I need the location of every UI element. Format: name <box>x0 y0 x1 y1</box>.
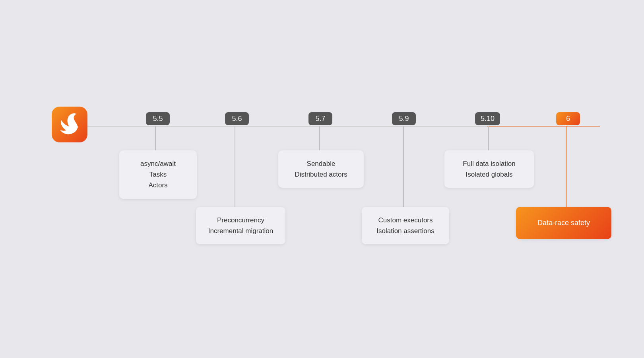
box-59-text2: Isolation assertions <box>376 227 435 235</box>
vline-59-bottom <box>403 127 404 207</box>
swift-logo <box>52 107 87 142</box>
box-59: Custom executors Isolation assertions <box>362 207 449 244</box>
box-510-text2: Isolated globals <box>466 171 512 178</box>
box-55-text2: Tasks <box>149 171 167 178</box>
box-57: Sendable Distributed actors <box>278 150 364 188</box>
box-57-text2: Distributed actors <box>295 171 347 178</box>
version-badge-55: 5.5 <box>146 112 170 125</box>
box-56-text: Preconcurrency <box>217 216 264 224</box>
vline-57-top <box>319 127 320 150</box>
vline-55-top <box>155 127 156 150</box>
box-6: Data-race safety <box>516 207 611 239</box>
version-badge-6: 6 <box>556 112 580 125</box>
vline-6-bottom <box>566 127 566 207</box>
vline-56-bottom <box>235 127 235 207</box>
box-56-text2: Incremental migration <box>208 227 273 235</box>
diagram-container: 5.5 5.6 5.7 5.9 5.10 6 async/awai <box>44 80 600 278</box>
vline-510-top <box>488 127 489 150</box>
version-badge-59: 5.9 <box>392 112 416 125</box>
version-badge-510: 5.10 <box>475 112 500 125</box>
timeline-line-orange <box>487 126 600 127</box>
box-55-text: async/await <box>140 160 176 167</box>
box-56: Preconcurrency Incremental migration <box>196 207 285 244</box>
box-6-text: Data-race safety <box>537 219 590 227</box>
version-badge-57: 5.7 <box>308 112 332 125</box>
version-badge-56: 5.6 <box>225 112 249 125</box>
box-59-text: Custom executors <box>378 216 433 224</box>
box-510: Full data isolation Isolated globals <box>444 150 534 188</box>
box-510-text: Full data isolation <box>463 160 515 167</box>
box-55: async/await Tasks Actors <box>119 150 197 199</box>
box-57-text: Sendable <box>307 160 336 167</box>
box-55-text3: Actors <box>148 181 167 189</box>
